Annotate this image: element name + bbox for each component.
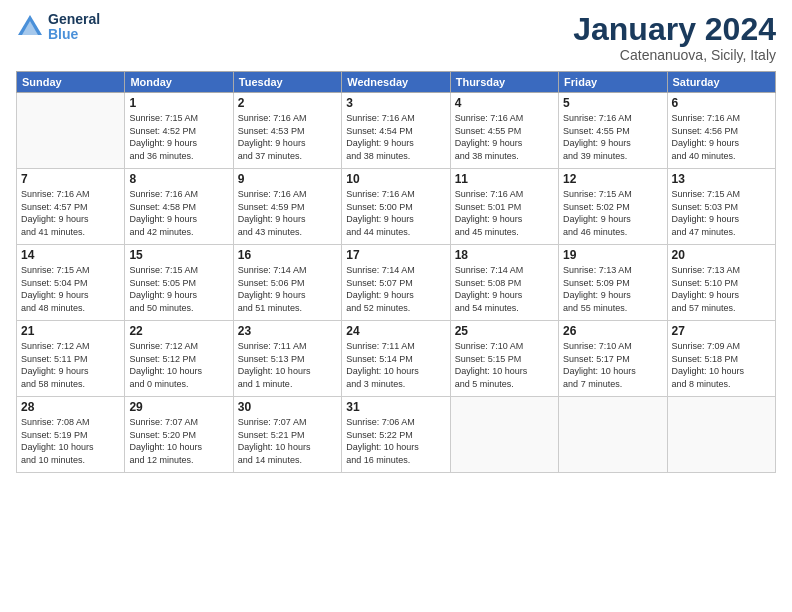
day-number: 27 bbox=[672, 324, 771, 338]
calendar-cell: 5Sunrise: 7:16 AM Sunset: 4:55 PM Daylig… bbox=[559, 93, 667, 169]
calendar-cell: 10Sunrise: 7:16 AM Sunset: 5:00 PM Dayli… bbox=[342, 169, 450, 245]
day-number: 17 bbox=[346, 248, 445, 262]
logo-icon bbox=[16, 13, 44, 41]
day-info: Sunrise: 7:14 AM Sunset: 5:06 PM Dayligh… bbox=[238, 264, 337, 314]
day-number: 2 bbox=[238, 96, 337, 110]
calendar-cell: 30Sunrise: 7:07 AM Sunset: 5:21 PM Dayli… bbox=[233, 397, 341, 473]
day-info: Sunrise: 7:08 AM Sunset: 5:19 PM Dayligh… bbox=[21, 416, 120, 466]
day-number: 31 bbox=[346, 400, 445, 414]
day-number: 6 bbox=[672, 96, 771, 110]
day-info: Sunrise: 7:16 AM Sunset: 4:57 PM Dayligh… bbox=[21, 188, 120, 238]
calendar-cell: 21Sunrise: 7:12 AM Sunset: 5:11 PM Dayli… bbox=[17, 321, 125, 397]
day-info: Sunrise: 7:15 AM Sunset: 5:05 PM Dayligh… bbox=[129, 264, 228, 314]
calendar-cell: 27Sunrise: 7:09 AM Sunset: 5:18 PM Dayli… bbox=[667, 321, 775, 397]
weekday-header: Friday bbox=[559, 72, 667, 93]
day-info: Sunrise: 7:16 AM Sunset: 5:00 PM Dayligh… bbox=[346, 188, 445, 238]
calendar-cell: 9Sunrise: 7:16 AM Sunset: 4:59 PM Daylig… bbox=[233, 169, 341, 245]
calendar-cell: 7Sunrise: 7:16 AM Sunset: 4:57 PM Daylig… bbox=[17, 169, 125, 245]
day-info: Sunrise: 7:15 AM Sunset: 5:04 PM Dayligh… bbox=[21, 264, 120, 314]
day-number: 11 bbox=[455, 172, 554, 186]
calendar-cell: 29Sunrise: 7:07 AM Sunset: 5:20 PM Dayli… bbox=[125, 397, 233, 473]
day-number: 16 bbox=[238, 248, 337, 262]
day-info: Sunrise: 7:15 AM Sunset: 5:02 PM Dayligh… bbox=[563, 188, 662, 238]
calendar-cell: 3Sunrise: 7:16 AM Sunset: 4:54 PM Daylig… bbox=[342, 93, 450, 169]
calendar-cell: 16Sunrise: 7:14 AM Sunset: 5:06 PM Dayli… bbox=[233, 245, 341, 321]
day-number: 20 bbox=[672, 248, 771, 262]
day-number: 23 bbox=[238, 324, 337, 338]
day-info: Sunrise: 7:06 AM Sunset: 5:22 PM Dayligh… bbox=[346, 416, 445, 466]
day-info: Sunrise: 7:16 AM Sunset: 5:01 PM Dayligh… bbox=[455, 188, 554, 238]
day-info: Sunrise: 7:11 AM Sunset: 5:14 PM Dayligh… bbox=[346, 340, 445, 390]
calendar-cell bbox=[559, 397, 667, 473]
calendar-cell: 2Sunrise: 7:16 AM Sunset: 4:53 PM Daylig… bbox=[233, 93, 341, 169]
calendar-cell: 12Sunrise: 7:15 AM Sunset: 5:02 PM Dayli… bbox=[559, 169, 667, 245]
day-number: 3 bbox=[346, 96, 445, 110]
calendar-cell: 31Sunrise: 7:06 AM Sunset: 5:22 PM Dayli… bbox=[342, 397, 450, 473]
calendar-cell: 1Sunrise: 7:15 AM Sunset: 4:52 PM Daylig… bbox=[125, 93, 233, 169]
logo: General Blue bbox=[16, 12, 100, 43]
day-number: 26 bbox=[563, 324, 662, 338]
day-info: Sunrise: 7:16 AM Sunset: 4:53 PM Dayligh… bbox=[238, 112, 337, 162]
day-info: Sunrise: 7:16 AM Sunset: 4:54 PM Dayligh… bbox=[346, 112, 445, 162]
calendar-table: SundayMondayTuesdayWednesdayThursdayFrid… bbox=[16, 71, 776, 473]
day-info: Sunrise: 7:13 AM Sunset: 5:09 PM Dayligh… bbox=[563, 264, 662, 314]
day-info: Sunrise: 7:14 AM Sunset: 5:07 PM Dayligh… bbox=[346, 264, 445, 314]
logo-line2: Blue bbox=[48, 27, 100, 42]
weekday-header: Saturday bbox=[667, 72, 775, 93]
day-number: 8 bbox=[129, 172, 228, 186]
day-number: 5 bbox=[563, 96, 662, 110]
day-number: 15 bbox=[129, 248, 228, 262]
day-number: 1 bbox=[129, 96, 228, 110]
weekday-header: Monday bbox=[125, 72, 233, 93]
title-block: January 2024 Catenanuova, Sicily, Italy bbox=[573, 12, 776, 63]
day-number: 13 bbox=[672, 172, 771, 186]
calendar-cell: 26Sunrise: 7:10 AM Sunset: 5:17 PM Dayli… bbox=[559, 321, 667, 397]
day-info: Sunrise: 7:11 AM Sunset: 5:13 PM Dayligh… bbox=[238, 340, 337, 390]
calendar-cell: 11Sunrise: 7:16 AM Sunset: 5:01 PM Dayli… bbox=[450, 169, 558, 245]
weekday-header: Wednesday bbox=[342, 72, 450, 93]
day-info: Sunrise: 7:14 AM Sunset: 5:08 PM Dayligh… bbox=[455, 264, 554, 314]
calendar-cell: 28Sunrise: 7:08 AM Sunset: 5:19 PM Dayli… bbox=[17, 397, 125, 473]
day-info: Sunrise: 7:09 AM Sunset: 5:18 PM Dayligh… bbox=[672, 340, 771, 390]
day-number: 19 bbox=[563, 248, 662, 262]
day-info: Sunrise: 7:15 AM Sunset: 4:52 PM Dayligh… bbox=[129, 112, 228, 162]
calendar-cell: 25Sunrise: 7:10 AM Sunset: 5:15 PM Dayli… bbox=[450, 321, 558, 397]
day-number: 18 bbox=[455, 248, 554, 262]
calendar-cell: 4Sunrise: 7:16 AM Sunset: 4:55 PM Daylig… bbox=[450, 93, 558, 169]
day-number: 7 bbox=[21, 172, 120, 186]
day-info: Sunrise: 7:10 AM Sunset: 5:17 PM Dayligh… bbox=[563, 340, 662, 390]
calendar-cell: 13Sunrise: 7:15 AM Sunset: 5:03 PM Dayli… bbox=[667, 169, 775, 245]
day-info: Sunrise: 7:12 AM Sunset: 5:11 PM Dayligh… bbox=[21, 340, 120, 390]
calendar-cell: 23Sunrise: 7:11 AM Sunset: 5:13 PM Dayli… bbox=[233, 321, 341, 397]
weekday-header: Thursday bbox=[450, 72, 558, 93]
calendar-cell bbox=[667, 397, 775, 473]
calendar-cell: 24Sunrise: 7:11 AM Sunset: 5:14 PM Dayli… bbox=[342, 321, 450, 397]
weekday-header: Tuesday bbox=[233, 72, 341, 93]
calendar-cell: 17Sunrise: 7:14 AM Sunset: 5:07 PM Dayli… bbox=[342, 245, 450, 321]
day-number: 22 bbox=[129, 324, 228, 338]
subtitle: Catenanuova, Sicily, Italy bbox=[573, 47, 776, 63]
calendar-cell: 6Sunrise: 7:16 AM Sunset: 4:56 PM Daylig… bbox=[667, 93, 775, 169]
calendar-cell: 22Sunrise: 7:12 AM Sunset: 5:12 PM Dayli… bbox=[125, 321, 233, 397]
calendar-cell bbox=[450, 397, 558, 473]
day-number: 4 bbox=[455, 96, 554, 110]
day-number: 12 bbox=[563, 172, 662, 186]
calendar-cell: 19Sunrise: 7:13 AM Sunset: 5:09 PM Dayli… bbox=[559, 245, 667, 321]
calendar-cell: 14Sunrise: 7:15 AM Sunset: 5:04 PM Dayli… bbox=[17, 245, 125, 321]
day-info: Sunrise: 7:16 AM Sunset: 4:56 PM Dayligh… bbox=[672, 112, 771, 162]
calendar-cell bbox=[17, 93, 125, 169]
day-number: 25 bbox=[455, 324, 554, 338]
main-title: January 2024 bbox=[573, 12, 776, 47]
logo-line1: General bbox=[48, 12, 100, 27]
day-info: Sunrise: 7:13 AM Sunset: 5:10 PM Dayligh… bbox=[672, 264, 771, 314]
day-number: 29 bbox=[129, 400, 228, 414]
calendar-cell: 18Sunrise: 7:14 AM Sunset: 5:08 PM Dayli… bbox=[450, 245, 558, 321]
day-number: 24 bbox=[346, 324, 445, 338]
day-info: Sunrise: 7:15 AM Sunset: 5:03 PM Dayligh… bbox=[672, 188, 771, 238]
day-number: 9 bbox=[238, 172, 337, 186]
day-number: 28 bbox=[21, 400, 120, 414]
day-number: 10 bbox=[346, 172, 445, 186]
calendar-cell: 15Sunrise: 7:15 AM Sunset: 5:05 PM Dayli… bbox=[125, 245, 233, 321]
calendar-cell: 20Sunrise: 7:13 AM Sunset: 5:10 PM Dayli… bbox=[667, 245, 775, 321]
day-info: Sunrise: 7:16 AM Sunset: 4:55 PM Dayligh… bbox=[563, 112, 662, 162]
